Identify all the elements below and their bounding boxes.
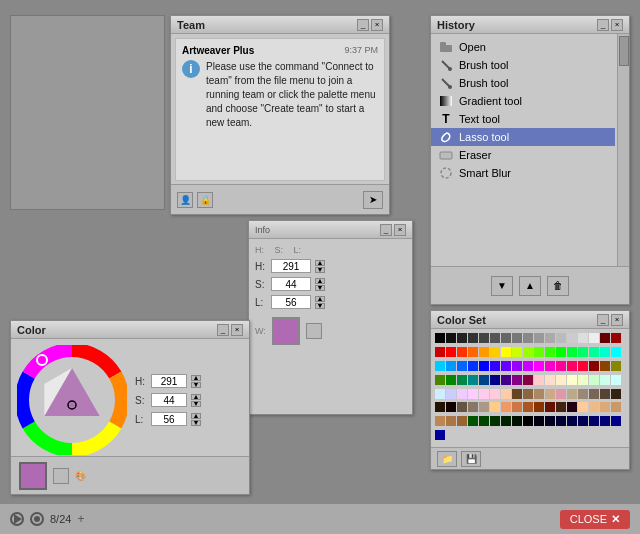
color-swatch[interactable] <box>512 333 522 343</box>
color-swatch[interactable] <box>435 389 445 399</box>
color-swatch[interactable] <box>435 361 445 371</box>
color-swatch[interactable] <box>446 333 456 343</box>
history-scrollbar[interactable] <box>617 34 629 266</box>
color-swatch[interactable] <box>600 347 610 357</box>
team-minimize-btn[interactable]: _ <box>357 19 369 31</box>
color-swatch[interactable] <box>512 389 522 399</box>
color-swatch[interactable] <box>589 375 599 385</box>
color-info-s-up[interactable]: ▲ <box>315 278 325 284</box>
color-large-close-btn[interactable]: × <box>231 324 243 336</box>
color-swatch[interactable] <box>567 375 577 385</box>
color-swatch[interactable] <box>435 375 445 385</box>
color-swatch[interactable] <box>567 347 577 357</box>
team-lock-btn[interactable]: 🔒 <box>197 192 213 208</box>
color-swatch[interactable] <box>501 402 511 412</box>
color-swatch[interactable] <box>534 416 544 426</box>
color-swatch[interactable] <box>468 389 478 399</box>
team-panel-header[interactable]: Team _ × <box>171 16 389 34</box>
color-swatch[interactable] <box>578 347 588 357</box>
color-swatch[interactable] <box>600 402 610 412</box>
color-swatch[interactable] <box>490 402 500 412</box>
color-swatch[interactable] <box>545 416 555 426</box>
color-swatch[interactable] <box>457 375 467 385</box>
color-swatch[interactable] <box>479 333 489 343</box>
history-item[interactable]: TText tool <box>431 110 615 128</box>
color-swatch[interactable] <box>556 402 566 412</box>
color-swatch[interactable] <box>512 361 522 371</box>
color-large-minimize-btn[interactable]: _ <box>217 324 229 336</box>
color-swatch[interactable] <box>600 361 610 371</box>
color-swatch[interactable] <box>589 361 599 371</box>
color-swatch[interactable] <box>523 402 533 412</box>
color-swatch[interactable] <box>556 347 566 357</box>
team-send-btn[interactable]: ➤ <box>363 191 383 209</box>
color-swatch[interactable] <box>512 416 522 426</box>
color-swatch[interactable] <box>567 333 577 343</box>
color-swatch[interactable] <box>446 361 456 371</box>
color-swatch[interactable] <box>490 361 500 371</box>
history-item[interactable]: Gradient tool <box>431 92 615 110</box>
color-swatch[interactable] <box>446 402 456 412</box>
color-swatch[interactable] <box>578 416 588 426</box>
color-swatch[interactable] <box>545 347 555 357</box>
color-swatch[interactable] <box>578 402 588 412</box>
colorset-panel-header[interactable]: Color Set _ × <box>431 311 629 329</box>
color-swatch[interactable] <box>468 375 478 385</box>
color-swatch[interactable] <box>567 361 577 371</box>
colorset-load-btn[interactable]: 📁 <box>437 451 457 467</box>
color-info-h-up[interactable]: ▲ <box>315 260 325 266</box>
color-swatch[interactable] <box>468 361 478 371</box>
color-large-s-down[interactable]: ▼ <box>191 401 201 407</box>
color-large-l-up[interactable]: ▲ <box>191 413 201 419</box>
color-swatch[interactable] <box>534 402 544 412</box>
color-swatch[interactable] <box>545 333 555 343</box>
history-panel-header[interactable]: History _ × <box>431 16 629 34</box>
history-delete-btn[interactable]: ▲ <box>519 276 541 296</box>
color-swatch[interactable] <box>556 389 566 399</box>
color-info-h-down[interactable]: ▼ <box>315 267 325 273</box>
color-swatch[interactable] <box>578 361 588 371</box>
color-swatch[interactable] <box>534 375 544 385</box>
color-swatch[interactable] <box>578 333 588 343</box>
color-swatch[interactable] <box>600 416 610 426</box>
history-trash-btn[interactable]: 🗑 <box>547 276 569 296</box>
color-swatch[interactable] <box>435 402 445 412</box>
color-swatch[interactable] <box>567 402 577 412</box>
play-button[interactable] <box>10 512 24 526</box>
color-large-h-up[interactable]: ▲ <box>191 375 201 381</box>
color-swatch[interactable] <box>479 416 489 426</box>
history-item[interactable]: Smart Blur <box>431 164 615 182</box>
color-info-h-input[interactable] <box>271 259 311 273</box>
color-swatch[interactable] <box>611 375 621 385</box>
color-large-l-input[interactable] <box>151 412 187 426</box>
color-swatch[interactable] <box>545 402 555 412</box>
history-item[interactable]: Lasso tool <box>431 128 615 146</box>
color-swatch[interactable] <box>501 389 511 399</box>
color-swatch[interactable] <box>490 333 500 343</box>
color-swatch[interactable] <box>589 416 599 426</box>
color-large-h-input[interactable] <box>151 374 187 388</box>
color-swatch[interactable] <box>446 389 456 399</box>
color-swatch[interactable] <box>435 416 445 426</box>
color-large-l-down[interactable]: ▼ <box>191 420 201 426</box>
history-item[interactable]: Open <box>431 38 615 56</box>
history-item[interactable]: Brush tool <box>431 74 615 92</box>
color-swatch[interactable] <box>501 416 511 426</box>
color-info-panel-header[interactable]: Info _ × <box>249 221 412 239</box>
color-swatch[interactable] <box>600 375 610 385</box>
color-info-l-down[interactable]: ▼ <box>315 303 325 309</box>
color-swatch[interactable] <box>578 375 588 385</box>
color-swatch[interactable] <box>490 347 500 357</box>
color-swatch[interactable] <box>589 333 599 343</box>
color-swatch[interactable] <box>457 402 467 412</box>
color-info-l-input[interactable] <box>271 295 311 309</box>
color-swatch[interactable] <box>523 416 533 426</box>
color-swatch[interactable] <box>501 361 511 371</box>
color-swatch[interactable] <box>457 389 467 399</box>
color-swatch[interactable] <box>435 430 445 440</box>
history-minimize-btn[interactable]: _ <box>597 19 609 31</box>
colorset-close-btn[interactable]: × <box>611 314 623 326</box>
color-swatch[interactable] <box>501 347 511 357</box>
color-swatch[interactable] <box>446 347 456 357</box>
color-swatch[interactable] <box>512 402 522 412</box>
